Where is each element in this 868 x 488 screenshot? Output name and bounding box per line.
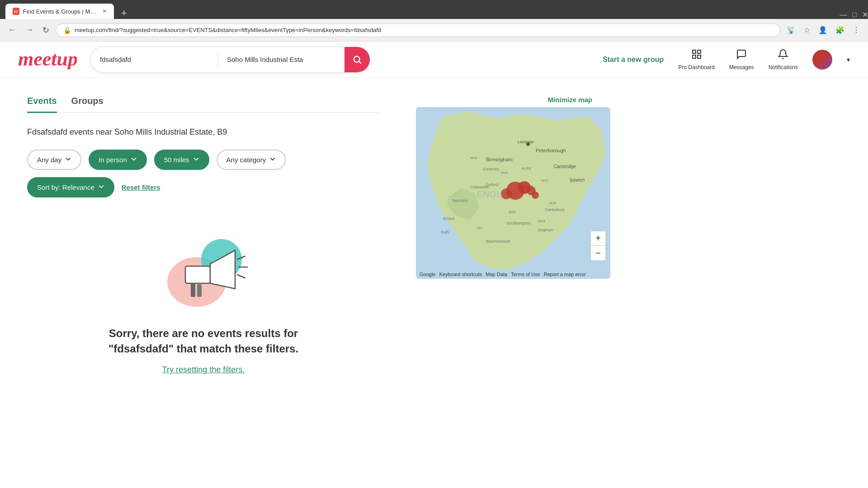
messages-svg xyxy=(736,49,747,60)
user-avatar[interactable] xyxy=(812,50,832,70)
svg-text:Bath: Bath xyxy=(441,230,449,235)
search-keyword-input[interactable] xyxy=(91,50,217,69)
svg-text:Ipswich: Ipswich xyxy=(570,178,585,183)
svg-point-46 xyxy=(501,188,512,199)
empty-message: Sorry, there are no events results for "… xyxy=(90,326,316,356)
right-panel: Minimize map Birmingham Coventry Cotswol… xyxy=(407,78,601,411)
filter-50-miles-chevron xyxy=(193,156,199,164)
search-icon xyxy=(352,55,362,65)
map-attribution: Google Keyboard shortcuts Map Data Terms… xyxy=(420,272,586,277)
filter-any-category-label: Any category xyxy=(226,156,266,164)
filter-in-person[interactable]: In person xyxy=(89,150,147,170)
tab-favicon: m xyxy=(13,8,19,15)
reload-button[interactable]: ↻ xyxy=(40,23,52,37)
browser-tab-close[interactable]: ✕ xyxy=(102,8,107,14)
header-nav: Pro Dashboard Messages Notification xyxy=(678,49,798,70)
back-button[interactable]: ← xyxy=(5,23,19,37)
svg-point-47 xyxy=(532,192,539,199)
filter-in-person-chevron xyxy=(131,156,137,164)
browser-frame: m Find Events & Groups | Meetup ✕ + ― □ … xyxy=(0,0,868,42)
svg-text:A1(M): A1(M) xyxy=(521,166,531,170)
reset-filters-link[interactable]: Try resetting the filters. xyxy=(162,365,245,375)
search-container xyxy=(90,47,370,73)
filter-sort-relevance[interactable]: Sort by: Relevance xyxy=(27,177,114,197)
svg-text:Cambridge: Cambridge xyxy=(554,164,576,169)
filter-any-day[interactable]: Any day xyxy=(27,150,81,170)
avatar-image xyxy=(812,50,832,70)
svg-rect-3 xyxy=(693,50,696,53)
header-actions: Start a new group Pro Dashboard xyxy=(603,49,850,70)
logo-svg: meetup xyxy=(18,47,77,69)
map-wrapper[interactable]: Birmingham Coventry Cotswolds Oxford Swi… xyxy=(416,107,610,279)
map-zoom-controls: + − xyxy=(590,231,606,261)
svg-text:Canterbury: Canterbury xyxy=(545,207,565,212)
cast-button[interactable]: 📡 xyxy=(784,24,798,36)
search-location-input[interactable] xyxy=(218,50,344,69)
nav-pro-dashboard[interactable]: Pro Dashboard xyxy=(678,49,715,70)
svg-rect-15 xyxy=(197,284,202,297)
browser-tab-active[interactable]: m Find Events & Groups | Meetup ✕ xyxy=(5,4,114,19)
tab-groups[interactable]: Groups xyxy=(71,96,104,113)
forward-button[interactable]: → xyxy=(23,23,36,37)
filter-sort-chevron xyxy=(98,183,104,191)
nav-pro-dashboard-label: Pro Dashboard xyxy=(678,64,715,70)
browser-toolbar: ← → ↻ 🔒 meetup.com/find/?suggested=true&… xyxy=(0,19,868,42)
filter-sort-label: Sort by: Relevance xyxy=(37,183,94,191)
zoom-in-button[interactable]: + xyxy=(591,231,605,246)
filter-any-category[interactable]: Any category xyxy=(217,150,286,170)
svg-text:Coventry: Coventry xyxy=(483,167,500,171)
svg-line-13 xyxy=(237,275,245,278)
nav-notifications-label: Notifications xyxy=(769,64,798,70)
svg-text:M54: M54 xyxy=(470,156,477,160)
svg-text:M40: M40 xyxy=(501,171,508,175)
filter-any-category-chevron xyxy=(269,156,276,164)
close-button[interactable]: ✕ xyxy=(862,10,868,19)
profile-button[interactable]: 👤 xyxy=(816,24,830,36)
address-bar[interactable]: 🔒 meetup.com/find/?suggested=true&source… xyxy=(56,23,780,37)
filter-50-miles[interactable]: 50 miles xyxy=(154,150,209,170)
restore-button[interactable]: □ xyxy=(852,11,857,19)
notifications-icon xyxy=(778,49,788,62)
dashboard-svg xyxy=(691,49,702,60)
filter-in-person-label: In person xyxy=(99,156,127,164)
nav-messages[interactable]: Messages xyxy=(729,49,754,70)
svg-rect-9 xyxy=(185,266,210,283)
tab-events[interactable]: Events xyxy=(27,96,57,113)
svg-text:M25: M25 xyxy=(509,210,516,214)
svg-text:Swindon: Swindon xyxy=(452,198,468,203)
reset-filters-button[interactable]: Reset filters xyxy=(122,183,160,191)
left-panel: Events Groups Fdsafsdafd events near Soh… xyxy=(0,78,407,411)
bookmark-button[interactable]: ☆ xyxy=(801,24,813,36)
address-bar-text: meetup.com/find/?suggested=true&source=E… xyxy=(75,27,773,33)
filter-50-miles-label: 50 miles xyxy=(164,156,189,164)
meetup-logo[interactable]: meetup xyxy=(18,47,77,73)
empty-state: Sorry, there are no events results for "… xyxy=(27,212,380,393)
new-tab-button[interactable]: + xyxy=(116,7,132,19)
filter-any-day-chevron xyxy=(65,156,71,164)
user-menu-chevron[interactable]: ▾ xyxy=(847,56,850,63)
map-data[interactable]: Map Data xyxy=(486,272,507,277)
notifications-svg xyxy=(778,49,788,60)
terms-of-use[interactable]: Terms of Use xyxy=(511,272,540,277)
svg-text:Leicester: Leicester xyxy=(518,140,534,144)
zoom-out-button[interactable]: − xyxy=(591,246,605,260)
report-map-error[interactable]: Report a map error xyxy=(544,272,586,277)
svg-text:M20: M20 xyxy=(549,201,557,205)
search-button[interactable] xyxy=(344,47,370,72)
svg-text:M11: M11 xyxy=(542,178,549,183)
svg-text:M23: M23 xyxy=(538,219,545,223)
extensions-button[interactable]: 🧩 xyxy=(833,24,847,36)
svg-rect-6 xyxy=(698,55,701,58)
megaphone-illustration xyxy=(158,230,249,311)
minimize-map-button[interactable]: Minimize map xyxy=(416,96,592,103)
toolbar-actions: 📡 ☆ 👤 🧩 ⋮ xyxy=(784,24,863,36)
keyboard-shortcuts[interactable]: Keyboard shortcuts xyxy=(439,272,482,277)
svg-text:Birmingham: Birmingham xyxy=(486,157,513,162)
minimize-button[interactable]: ― xyxy=(840,11,847,19)
menu-button[interactable]: ⋮ xyxy=(850,24,863,36)
browser-tab-title: Find Events & Groups | Meetup xyxy=(23,8,99,15)
nav-notifications[interactable]: Notifications xyxy=(769,49,798,70)
svg-text:Peterborough: Peterborough xyxy=(536,148,566,153)
svg-rect-14 xyxy=(191,283,195,297)
start-group-button[interactable]: Start a new group xyxy=(603,56,664,64)
